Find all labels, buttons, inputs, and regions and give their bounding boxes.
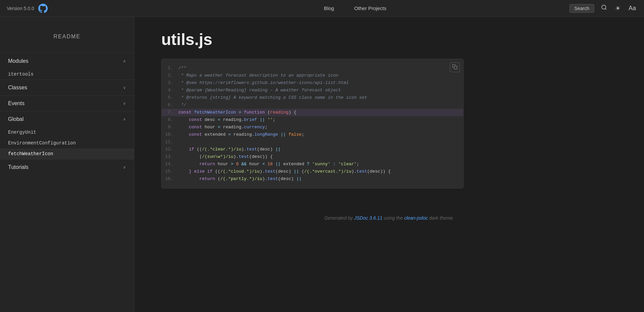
code-line: 9. const hour = reading.currency;	[162, 124, 463, 131]
layout: README Modules ∧ itertools Classes ∨ Eve…	[0, 17, 644, 312]
sidebar-section-header-classes[interactable]: Classes ∨	[0, 80, 134, 95]
footer-using-the: using the	[384, 215, 404, 221]
modules-label: Modules	[8, 58, 28, 64]
footer-generated-by: Generated by	[324, 215, 354, 221]
sidebar-item-energyunit[interactable]: EnergyUnit	[0, 127, 134, 138]
sidebar: README Modules ∧ itertools Classes ∨ Eve…	[0, 17, 134, 312]
font-toggle-btn[interactable]: Aa	[627, 3, 637, 13]
footer-text: Generated by JSDoc 3.6.11 using the clea…	[161, 209, 617, 227]
code-container: 1. /** 2. * Maps a weather forecast desc…	[161, 59, 464, 188]
svg-line-1	[605, 8, 606, 9]
code-line: 12. if ((/(.*clear.*)/iu).test(desc) ||	[162, 146, 463, 153]
footer-jsdoc-link[interactable]: JSDoc 3.6.11	[354, 215, 382, 221]
topbar: Version 5.0.0 Blog Other Projects Search…	[0, 0, 644, 17]
code-line: 14. return hour > 6 && hour < 18 || exte…	[162, 161, 463, 168]
page-title: utils.js	[161, 30, 617, 49]
sidebar-item-itertools[interactable]: itertools	[0, 69, 134, 80]
sidebar-section-global: Global ∧ EnergyUnit EnvironmentConfigura…	[0, 111, 134, 159]
code-line: 11.	[162, 138, 463, 146]
sidebar-section-header-events[interactable]: Events ∨	[0, 96, 134, 111]
sidebar-section-events: Events ∨	[0, 95, 134, 111]
code-line: 13. (/(sun\w*)/iu).test(desc)) {	[162, 153, 463, 161]
code-line: 8. const desc = reading.brief || '';	[162, 116, 463, 124]
svg-rect-2	[454, 66, 457, 69]
tutorials-label: Tutorials	[8, 164, 29, 170]
sidebar-readme[interactable]: README	[0, 24, 134, 53]
topbar-right: Search ☀ Aa	[569, 3, 637, 13]
events-label: Events	[8, 100, 25, 106]
code-line: 6. */	[162, 101, 463, 109]
code-line: 10. const extended = reading.longRange |…	[162, 131, 463, 138]
version-label: Version 5.0.0	[7, 6, 34, 11]
topbar-center: Blog Other Projects	[324, 5, 386, 11]
nav-other-projects[interactable]: Other Projects	[354, 5, 386, 11]
sidebar-section-header-modules[interactable]: Modules ∧	[0, 53, 134, 69]
sidebar-section-modules: Modules ∧ itertools	[0, 53, 134, 80]
code-line: 3. * @see https://erikflowers.github.io/…	[162, 79, 463, 87]
sidebar-item-fetchweathericon[interactable]: fetchWeatherIcon	[0, 148, 134, 159]
sidebar-section-classes: Classes ∨	[0, 80, 134, 95]
code-line: 5. * @returns {string} A keyword matchin…	[162, 94, 463, 101]
code-line: 2. * Maps a weather forecast description…	[162, 72, 463, 79]
code-line: 16. return (/(.*partly.*)/iu).test(desc)…	[162, 175, 463, 183]
theme-toggle-btn[interactable]: ☀	[614, 3, 622, 13]
tutorials-chevron: ∨	[123, 165, 126, 170]
nav-blog[interactable]: Blog	[324, 5, 334, 11]
sidebar-section-header-tutorials[interactable]: Tutorials ∨	[0, 160, 134, 175]
code-line: 4. * @param {WeatherReading} reading - A…	[162, 87, 463, 94]
footer-theme-link[interactable]: clean-jsdoc	[404, 215, 428, 221]
main-content: utils.js 1. /** 2. * Maps a weather fore…	[134, 17, 644, 312]
svg-point-0	[602, 5, 606, 9]
events-chevron: ∨	[123, 101, 126, 106]
search-icon-btn[interactable]	[600, 3, 608, 13]
global-label: Global	[8, 116, 24, 122]
modules-chevron: ∧	[123, 59, 126, 63]
copy-button[interactable]	[450, 62, 460, 72]
code-line: 7. const fetchWeatherIcon = function (re…	[162, 109, 463, 116]
code-line: 15. } else if ((/(.*cloud.*)/iu).test(de…	[162, 168, 463, 175]
classes-chevron: ∨	[123, 85, 126, 90]
sidebar-section-tutorials: Tutorials ∨	[0, 159, 134, 175]
topbar-left: Version 5.0.0	[7, 3, 141, 14]
code-block: 1. /** 2. * Maps a weather forecast desc…	[162, 59, 463, 188]
search-button[interactable]: Search	[569, 4, 594, 13]
sidebar-item-environmentconfiguration[interactable]: EnvironmentConfiguration	[0, 138, 134, 148]
global-chevron: ∧	[123, 117, 126, 122]
github-icon[interactable]	[38, 3, 48, 14]
code-line: 1. /**	[162, 64, 463, 72]
footer-dark-theme: dark theme.	[429, 215, 454, 221]
classes-label: Classes	[8, 85, 27, 91]
sidebar-section-header-global[interactable]: Global ∧	[0, 112, 134, 127]
